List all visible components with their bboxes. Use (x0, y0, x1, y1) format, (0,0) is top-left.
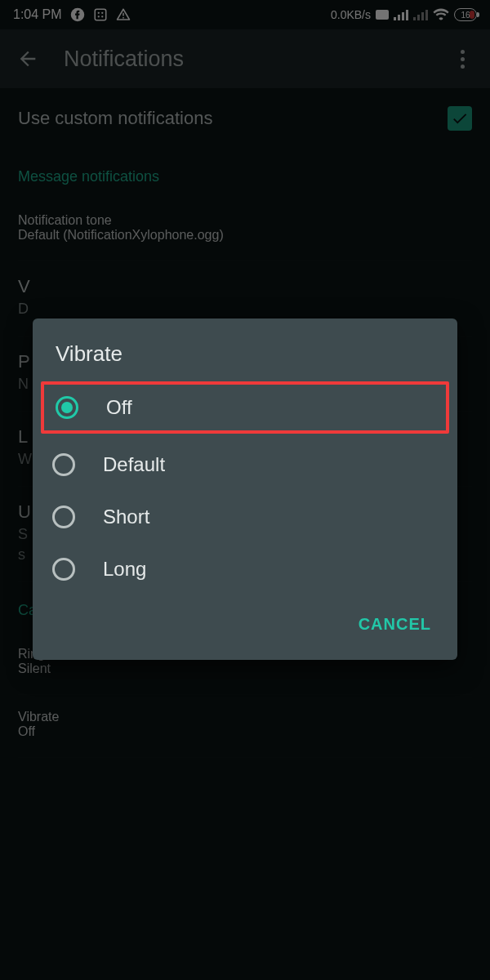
option-label: Default (103, 453, 165, 476)
radio-icon (52, 558, 75, 581)
cancel-button[interactable]: CANCEL (349, 607, 441, 642)
radio-icon (52, 453, 75, 476)
option-label: Long (103, 558, 146, 581)
option-label: Off (106, 396, 132, 419)
option-default[interactable]: Default (33, 439, 457, 491)
radio-icon (52, 506, 75, 528)
dialog-actions: CANCEL (33, 595, 457, 653)
option-long[interactable]: Long (33, 543, 457, 595)
highlight-annotation: Off (41, 381, 449, 434)
radio-selected-icon (56, 396, 78, 419)
dialog-title: Vibrate (33, 318, 457, 381)
option-label: Short (103, 506, 149, 528)
vibrate-dialog: Vibrate Off Default Short Long CANCEL (33, 318, 457, 660)
option-short[interactable]: Short (33, 491, 457, 543)
option-off[interactable]: Off (44, 385, 446, 430)
